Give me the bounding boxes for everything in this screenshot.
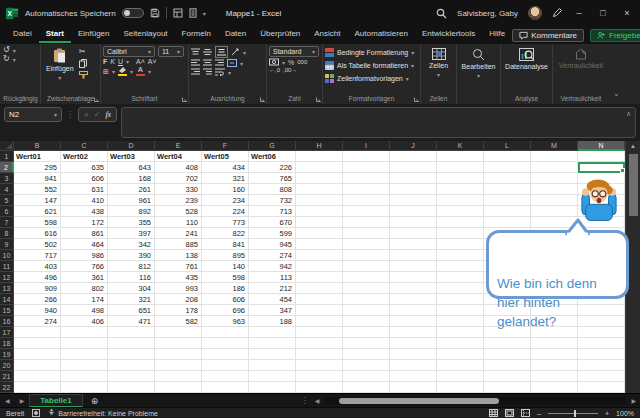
cell-G15[interactable]: 347 — [249, 305, 296, 316]
cell-F8[interactable]: 822 — [202, 228, 249, 239]
cell-F12[interactable]: 598 — [202, 272, 249, 283]
cell-L20[interactable] — [484, 360, 531, 371]
column-header-C[interactable]: C — [61, 141, 108, 151]
view-page-layout-icon[interactable] — [505, 409, 514, 417]
cell-B2[interactable]: 295 — [14, 162, 61, 173]
cell-H8[interactable] — [296, 228, 343, 239]
macro-record-icon[interactable] — [32, 409, 40, 417]
cell-L5[interactable] — [484, 195, 531, 206]
cell-F1[interactable]: Wert05 — [202, 151, 249, 162]
cell-B18[interactable] — [14, 338, 61, 349]
redo-icon[interactable]: ↻ — [3, 55, 10, 63]
row-header-4[interactable]: 4 — [0, 184, 14, 195]
quick-access-icon-1[interactable] — [173, 8, 183, 18]
cell-G1[interactable]: Wert06 — [249, 151, 296, 162]
quick-access-icon-2[interactable] — [189, 8, 197, 18]
cell-G19[interactable] — [249, 349, 296, 360]
italic-button[interactable]: K — [110, 58, 115, 65]
increase-font-icon[interactable]: A˄ — [136, 58, 145, 65]
font-dialog-launcher-icon[interactable] — [182, 97, 187, 102]
cell-M3[interactable] — [531, 173, 578, 184]
cell-E5[interactable]: 239 — [155, 195, 202, 206]
cell-I2[interactable] — [343, 162, 390, 173]
cell-D8[interactable]: 397 — [108, 228, 155, 239]
formula-input[interactable]: ∧ — [121, 107, 636, 138]
bold-button[interactable]: F — [103, 58, 107, 65]
cell-J7[interactable] — [390, 217, 437, 228]
cell-L7[interactable] — [484, 217, 531, 228]
cell-G14[interactable]: 454 — [249, 294, 296, 305]
cell-F21[interactable] — [202, 371, 249, 382]
sheet-tab-tabelle1[interactable]: Tabelle1 — [29, 394, 82, 408]
copy-icon[interactable] — [79, 59, 88, 68]
cell-H19[interactable] — [296, 349, 343, 360]
increase-indent-icon[interactable] — [203, 68, 212, 76]
row-header-13[interactable]: 13 — [0, 283, 14, 294]
cell-C5[interactable]: 410 — [61, 195, 108, 206]
comments-button[interactable]: Kommentare — [512, 29, 584, 42]
cell-K18[interactable] — [437, 338, 484, 349]
font-name-combo[interactable]: Calibri▾ — [103, 46, 155, 57]
cell-M1[interactable] — [531, 151, 578, 162]
cell-F14[interactable]: 606 — [202, 294, 249, 305]
view-normal-icon[interactable] — [489, 409, 498, 417]
row-header-16[interactable]: 16 — [0, 316, 14, 327]
cell-F9[interactable]: 841 — [202, 239, 249, 250]
cell-C16[interactable]: 406 — [61, 316, 108, 327]
row-header-6[interactable]: 6 — [0, 206, 14, 217]
sheet-next-icon[interactable]: ▶ — [15, 397, 30, 404]
cell-H21[interactable] — [296, 371, 343, 382]
cell-E19[interactable] — [155, 349, 202, 360]
add-sheet-icon[interactable]: ⊕ — [83, 396, 107, 406]
zoom-level[interactable]: 100% — [616, 410, 634, 417]
zoom-in-icon[interactable]: + — [605, 410, 609, 417]
merge-dropdown-icon[interactable]: ▾ — [240, 60, 243, 67]
cell-C6[interactable]: 438 — [61, 206, 108, 217]
cell-G4[interactable]: 808 — [249, 184, 296, 195]
cell-G5[interactable]: 732 — [249, 195, 296, 206]
cell-K9[interactable] — [437, 239, 484, 250]
cell-C9[interactable]: 464 — [61, 239, 108, 250]
column-header-F[interactable]: F — [202, 141, 249, 151]
cell-F20[interactable] — [202, 360, 249, 371]
cell-K11[interactable] — [437, 261, 484, 272]
align-bottom-icon[interactable] — [215, 46, 228, 58]
cell-I7[interactable] — [343, 217, 390, 228]
cell-J1[interactable] — [390, 151, 437, 162]
cut-icon[interactable]: ✂ — [79, 48, 88, 56]
cell-D13[interactable]: 304 — [108, 283, 155, 294]
row-header-11[interactable]: 11 — [0, 261, 14, 272]
cell-G10[interactable]: 274 — [249, 250, 296, 261]
cell-H5[interactable] — [296, 195, 343, 206]
cell-I3[interactable] — [343, 173, 390, 184]
hscroll-left-icon[interactable]: ◀ — [313, 397, 322, 404]
cell-D3[interactable]: 168 — [108, 173, 155, 184]
cell-I11[interactable] — [343, 261, 390, 272]
cell-M22[interactable] — [531, 382, 578, 393]
cell-I20[interactable] — [343, 360, 390, 371]
ink-pen-icon[interactable] — [552, 8, 562, 18]
cell-L18[interactable] — [484, 338, 531, 349]
cell-J4[interactable] — [390, 184, 437, 195]
data-analysis-button[interactable]: Datenanalyse — [503, 46, 550, 70]
cell-C14[interactable]: 174 — [61, 294, 108, 305]
column-header-J[interactable]: J — [390, 141, 437, 151]
row-header-18[interactable]: 18 — [0, 338, 14, 349]
quick-access-dropdown-icon[interactable]: ▾ — [203, 10, 206, 17]
cell-J20[interactable] — [390, 360, 437, 371]
cell-D22[interactable] — [108, 382, 155, 393]
cell-B20[interactable] — [14, 360, 61, 371]
cell-G17[interactable] — [249, 327, 296, 338]
number-format-combo[interactable]: Standard▾ — [269, 46, 319, 57]
cell-D15[interactable]: 651 — [108, 305, 155, 316]
undo-icon[interactable]: ↺ — [3, 46, 10, 54]
zoom-out-icon[interactable]: – — [537, 410, 541, 417]
cell-H22[interactable] — [296, 382, 343, 393]
collapse-formula-bar-icon[interactable]: ∧ — [626, 110, 631, 118]
cell-E10[interactable]: 138 — [155, 250, 202, 261]
cell-G18[interactable] — [249, 338, 296, 349]
cell-M21[interactable] — [531, 371, 578, 382]
cell-D9[interactable]: 342 — [108, 239, 155, 250]
cell-K8[interactable] — [437, 228, 484, 239]
column-header-H[interactable]: H — [296, 141, 343, 151]
